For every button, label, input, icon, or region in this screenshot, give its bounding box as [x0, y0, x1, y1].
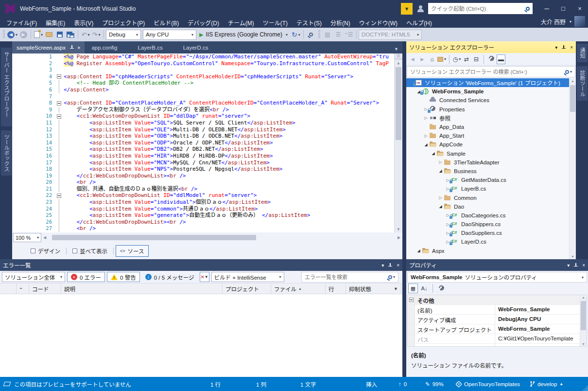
toolbar-overflow[interactable]	[318, 30, 320, 39]
scrollbar-thumb[interactable]	[396, 67, 401, 140]
tree-item-LayerD.cs[interactable]: ▷C#LayerD.cs	[406, 237, 576, 246]
chevron-down-icon[interactable]: ▾	[555, 45, 557, 50]
tree-item-Sample[interactable]: ◢Sample	[406, 149, 576, 158]
property-pages-wrench-icon[interactable]	[436, 284, 446, 293]
editor-tab-LayerB.cs[interactable]: LayerB.cs	[131, 41, 176, 53]
scroll-right-icon[interactable]: ▶	[396, 235, 402, 240]
home-icon[interactable]: ⌂	[428, 54, 436, 64]
properties-header[interactable]: プロパティ ▾ ×	[406, 259, 588, 271]
maximize-button[interactable]: □	[555, 2, 571, 15]
pending-changes-filter-icon[interactable]: ◷▾	[452, 54, 461, 64]
scroll-down-icon[interactable]: ▼	[395, 227, 402, 231]
chevron-down-icon[interactable]: ▾	[567, 263, 570, 268]
col-line[interactable]: 行	[326, 284, 346, 294]
vertical-splitter[interactable]	[402, 41, 406, 377]
menu-item-9[interactable]: 分析(N)	[326, 18, 355, 28]
tree-item--WebForms_Sample-1-[interactable]: ∞ソリューション 'WebForms_Sample' (1 プロジェクト)	[406, 78, 576, 87]
property-row-スタートアップ プロジェクト[interactable]: スタートアップ プロジェクトWebForms_Sample	[408, 324, 587, 334]
close-button[interactable]: ×	[571, 2, 588, 15]
collapsed-icon[interactable]: ▷	[423, 116, 429, 120]
tree-item-App_Start[interactable]: ▷App_Start	[406, 131, 576, 140]
scrollbar-thumb[interactable]	[581, 301, 586, 330]
scroll-up-icon[interactable]: ▲	[570, 79, 576, 83]
expanded-icon[interactable]: ◢	[430, 151, 436, 156]
col-suppression[interactable]: 抑制状態▼	[346, 284, 401, 294]
menu-item-8[interactable]: テスト(S)	[292, 18, 326, 28]
quick-launch-box[interactable]	[428, 3, 533, 14]
editor-tab-LayerD.cs[interactable]: LayerD.cs	[176, 41, 222, 53]
fold-margin[interactable]	[56, 192, 64, 199]
col-description[interactable]: 説明	[61, 284, 223, 294]
warnings-filter-button[interactable]: 0 警告	[107, 272, 140, 282]
property-value[interactable]: WebForms_Sample	[495, 324, 587, 334]
editor-zoom-combo[interactable]: 100 %▾	[13, 233, 41, 242]
tree-item-3TierTableAdapter[interactable]: ▷3TierTableAdapter	[406, 158, 576, 167]
property-row-アクティブ構成[interactable]: アクティブ構成Debug|Any CPU	[408, 315, 587, 324]
collapsed-icon[interactable]: ▷	[423, 134, 429, 138]
tree-item-App_Data[interactable]: App_Data	[406, 123, 576, 131]
menu-item-3[interactable]: プロジェクト(P)	[98, 18, 149, 28]
redo-button[interactable]: ↷▾	[91, 29, 101, 40]
tree-item-AppCode[interactable]: ◢AppCode	[406, 140, 576, 149]
solution-configuration-combo[interactable]: Debug▾	[106, 30, 141, 40]
document-dropdown-icon[interactable]: ▼	[394, 47, 398, 52]
repository-indicator[interactable]: OpenTouryoTemplates	[456, 377, 520, 391]
collapse-box-icon[interactable]	[57, 114, 61, 119]
error-search-box[interactable]: ▾	[301, 272, 398, 283]
tree-item-DaoCategories.cs[interactable]: ▷C#DaoCategories.cs	[406, 211, 576, 220]
branch-indicator[interactable]: develop ▲	[530, 377, 563, 391]
tree-scrollbar[interactable]: ▲ ▼	[569, 78, 576, 259]
pin-icon[interactable]	[69, 45, 74, 50]
error-scope-combo[interactable]: ソリューション全体▾	[2, 272, 65, 282]
solution-platform-combo[interactable]: Any CPU▾	[143, 30, 196, 40]
col-code[interactable]: コード	[29, 284, 61, 294]
scroll-up-icon[interactable]: ▲	[580, 296, 587, 299]
blank-column[interactable]	[0, 284, 17, 294]
menu-item-6[interactable]: チーム(M)	[224, 18, 259, 28]
menu-item-5[interactable]: デバッグ(D)	[183, 18, 224, 28]
menu-item-4[interactable]: ビルド(B)	[149, 18, 183, 28]
categorized-view-icon[interactable]: ▦	[408, 284, 418, 293]
find-in-files-button[interactable]	[306, 29, 316, 40]
start-debugging-button[interactable]: ▶ IIS Express (Google Chrome) ▾	[196, 31, 291, 38]
switch-views-icon[interactable]: ▾	[437, 54, 446, 64]
refresh-button[interactable]: ↻▾	[291, 29, 301, 40]
save-button[interactable]	[55, 29, 65, 40]
undo-button[interactable]: ↶▾	[81, 29, 90, 40]
editor-tab-app.config[interactable]: app.config	[85, 41, 131, 53]
tree-item-Properties[interactable]: ▷Properties	[406, 105, 576, 114]
collapsed-icon[interactable]: ▷	[437, 196, 444, 200]
solution-search-box[interactable]: ▾	[407, 66, 575, 77]
collapse-box-icon[interactable]	[57, 74, 61, 79]
new-file-button[interactable]: ▾	[34, 29, 43, 40]
left-strip-tab-1[interactable]: ツールボックス	[1, 130, 12, 176]
severity-icon-column[interactable]: ⁼	[17, 284, 29, 294]
user-account-area[interactable]: 大介 西野 ▾	[541, 16, 585, 27]
tree-item-Dao[interactable]: ◢Dao	[406, 202, 576, 211]
right-strip-tab-0[interactable]: 通知	[577, 44, 588, 62]
sync-progress-indicator[interactable]: ✎99%	[425, 377, 444, 391]
tree-item-GetMasterData.cs[interactable]: ▷C#GetMasterData.cs	[406, 176, 576, 184]
quick-launch-input[interactable]	[431, 6, 526, 12]
navigate-back-button[interactable]: ◀▾	[7, 29, 17, 40]
close-icon[interactable]: ×	[397, 263, 399, 268]
menu-item-10[interactable]: ウィンドウ(W)	[355, 18, 402, 28]
pin-icon[interactable]	[562, 45, 566, 50]
editor-horizontal-scrollbar[interactable]	[48, 234, 396, 241]
property-value[interactable]	[495, 344, 587, 347]
tree-item--[interactable]: ▷参照	[406, 114, 576, 123]
messages-filter-button[interactable]: i0 / 5 メッセージ	[142, 272, 198, 282]
menu-item-11[interactable]: ヘルプ(H)	[402, 18, 436, 28]
scroll-down-icon[interactable]: ▼	[580, 342, 587, 346]
fold-margin[interactable]	[56, 100, 64, 107]
alphabetical-sort-icon[interactable]: A↓	[419, 284, 429, 293]
feedback-button[interactable]: ▼	[401, 3, 413, 15]
expanded-icon[interactable]: ◢	[437, 204, 444, 209]
grid-scrollbar[interactable]: ▲ ▼	[580, 295, 587, 346]
scroll-down-icon[interactable]: ▼	[570, 255, 576, 258]
left-strip-tab-0[interactable]: サーバー エクスプローラー	[1, 48, 12, 126]
forward-icon[interactable]: ►	[418, 54, 427, 64]
scroll-up-icon[interactable]: ▲	[395, 59, 402, 66]
open-file-button[interactable]	[44, 29, 54, 40]
save-all-button[interactable]	[66, 29, 75, 40]
